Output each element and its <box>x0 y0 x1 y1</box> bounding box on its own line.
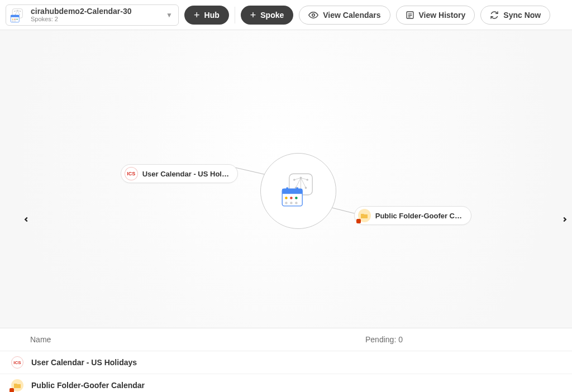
svg-point-39 <box>290 197 293 199</box>
hub-selector-dropdown[interactable]: cirahubdemo2-Calendar-30 Spokes: 2 ▼ <box>6 4 179 26</box>
top-toolbar: cirahubdemo2-Calendar-30 Spokes: 2 ▼ + H… <box>0 0 572 30</box>
column-header-pending[interactable]: Pending: 0 <box>365 335 542 344</box>
svg-rect-36 <box>286 188 288 192</box>
sync-now-label: Sync Now <box>503 11 541 20</box>
svg-point-38 <box>285 197 288 199</box>
spokes-table: Name Pending: 0 ICS User Calendar - US H… <box>0 328 572 392</box>
hub-center-node[interactable] <box>260 153 336 229</box>
plus-icon: + <box>250 10 256 20</box>
hub-selector-subtitle: Spokes: 2 <box>31 16 163 22</box>
row-name: User Calendar - US Holidays <box>31 358 137 367</box>
public-folder-icon <box>358 209 371 222</box>
sync-icon <box>490 11 499 20</box>
public-folder-icon <box>11 379 23 391</box>
spoke-label: User Calendar - US Holi… <box>142 170 230 178</box>
prev-arrow-icon[interactable] <box>22 214 30 226</box>
hub-calendar-icon <box>278 170 318 212</box>
add-hub-label: Hub <box>204 11 220 20</box>
spoke-label: Public Folder-Goofer Cal… <box>375 212 463 220</box>
add-spoke-label: Spoke <box>260 11 284 20</box>
table-header: Name Pending: 0 <box>0 328 572 351</box>
add-hub-button[interactable]: + Hub <box>184 6 229 25</box>
svg-point-41 <box>285 202 288 204</box>
spoke-node-user-calendar[interactable]: ICS User Calendar - US Holi… <box>121 164 238 183</box>
table-row[interactable]: Public Folder-Goofer Calendar <box>0 374 572 392</box>
graph-canvas[interactable]: ICS User Calendar - US Holi… Public Fold… <box>0 30 572 328</box>
add-spoke-button[interactable]: + Spoke <box>241 6 294 25</box>
svg-rect-37 <box>296 188 298 192</box>
svg-point-27 <box>305 187 307 189</box>
list-icon <box>406 11 414 20</box>
next-arrow-icon[interactable] <box>561 214 569 226</box>
view-calendars-button[interactable]: View Calendars <box>299 6 390 25</box>
eye-icon <box>308 10 318 20</box>
ics-icon: ICS <box>125 167 138 180</box>
spoke-node-public-folder[interactable]: Public Folder-Goofer Cal… <box>354 206 471 225</box>
hub-selector-title: cirahubdemo2-Calendar-30 <box>31 7 163 16</box>
svg-point-17 <box>312 13 315 16</box>
view-history-button[interactable]: View History <box>396 6 475 25</box>
svg-point-16 <box>15 20 16 21</box>
view-history-label: View History <box>419 11 466 20</box>
view-calendars-label: View Calendars <box>323 11 380 20</box>
svg-rect-11 <box>11 15 19 17</box>
svg-point-12 <box>12 18 13 20</box>
column-header-name[interactable]: Name <box>30 335 365 344</box>
svg-point-15 <box>12 20 13 21</box>
sync-now-button[interactable]: Sync Now <box>480 6 550 25</box>
plus-icon: + <box>194 10 200 20</box>
svg-point-14 <box>17 18 18 20</box>
svg-point-40 <box>295 197 298 199</box>
ics-icon: ICS <box>11 356 23 369</box>
svg-point-13 <box>15 18 16 20</box>
svg-rect-35 <box>282 189 302 194</box>
table-row[interactable]: ICS User Calendar - US Holidays <box>0 351 572 374</box>
row-name: Public Folder-Goofer Calendar <box>31 381 145 390</box>
svg-point-43 <box>295 202 298 204</box>
chevron-down-icon: ▼ <box>166 11 173 19</box>
svg-point-42 <box>290 202 293 204</box>
hub-calendar-icon <box>9 7 26 23</box>
toolbar-divider <box>235 7 235 23</box>
